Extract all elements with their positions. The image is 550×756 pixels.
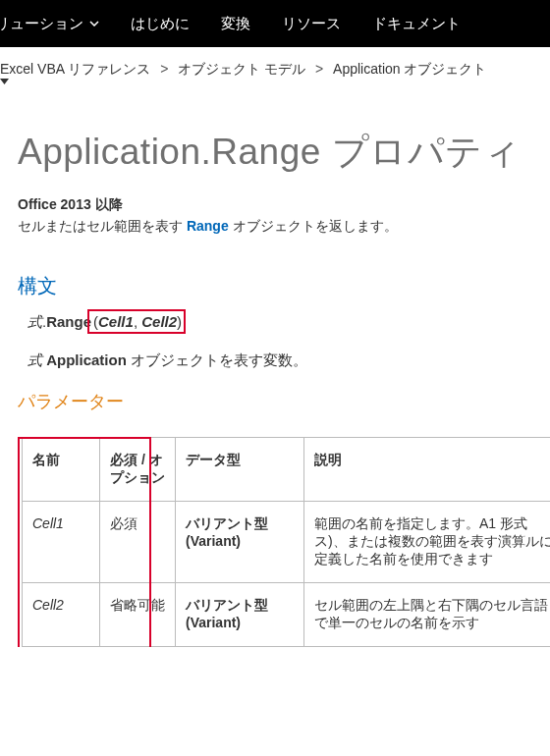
chevron-down-icon [89, 21, 99, 27]
parameters-heading: パラメーター [18, 390, 550, 413]
table-row: Cell2 省略可能 バリアント型 (Variant) セル範囲の左上隅と右下隅… [23, 583, 551, 647]
page-title: Application.Range プロパティ [18, 128, 550, 177]
highlight-box: (Cell1, Cell2) [87, 309, 186, 334]
param-name: Cell2 [23, 583, 100, 647]
intro-text: セルまたはセル範囲を表す Range オブジェクトを返します。 [18, 218, 550, 236]
syntax-expression: 式.Range(Cell1, Cell2) [28, 309, 550, 334]
office-version: Office 2013 以降 [18, 196, 550, 214]
breadcrumb-item[interactable]: Excel VBA リファレンス [0, 61, 150, 77]
top-nav: リューション はじめに 変換 リソース ドキュメント [0, 0, 550, 47]
nav-item-getting-started[interactable]: はじめに [131, 15, 190, 33]
param-required: 省略可能 [100, 583, 176, 647]
dropdown-caret-icon[interactable] [0, 79, 540, 84]
param-required: 必須 [100, 502, 176, 583]
col-desc: 説明 [304, 438, 551, 502]
nav-label: リソース [282, 15, 341, 33]
col-type: データ型 [176, 438, 304, 502]
col-required: 必須 / オプション [100, 438, 176, 502]
nav-item-resources[interactable]: リソース [282, 15, 341, 33]
nav-item-transform[interactable]: 変換 [221, 15, 250, 33]
nav-item-solutions[interactable]: リューション [0, 15, 99, 33]
breadcrumb-separator: > [315, 61, 323, 77]
breadcrumb-separator: > [160, 61, 168, 77]
breadcrumb-item[interactable]: Application オブジェクト [333, 61, 486, 77]
breadcrumb-item[interactable]: オブジェクト モデル [178, 61, 305, 77]
expression-variable: 式 Application オブジェクトを表す変数。 [28, 351, 550, 370]
syntax-heading: 構文 [18, 273, 550, 299]
nav-item-documents[interactable]: ドキュメント [372, 15, 461, 33]
nav-label: 変換 [221, 15, 250, 33]
param-type: バリアント型 (Variant) [176, 583, 304, 647]
param-desc: 範囲の名前を指定します。A1 形式ス)、または複数の範囲を表す演算ルに定義した名… [304, 502, 551, 583]
range-link[interactable]: Range [187, 218, 229, 234]
table-row: Cell1 必須 バリアント型 (Variant) 範囲の名前を指定します。A1… [23, 502, 551, 583]
param-name: Cell1 [23, 502, 100, 583]
parameters-table: 名前 必須 / オプション データ型 説明 Cell1 必須 バリアント型 (V… [22, 437, 550, 647]
col-name: 名前 [23, 438, 100, 502]
table-header-row: 名前 必須 / オプション データ型 説明 [23, 438, 551, 502]
svg-marker-0 [0, 79, 9, 84]
param-desc: セル範囲の左上隅と右下隅のセル言語で単一のセルの名前を示す [304, 583, 551, 647]
nav-label: はじめに [131, 15, 190, 33]
breadcrumb: Excel VBA リファレンス > オブジェクト モデル > Applicat… [0, 47, 550, 94]
nav-label: リューション [0, 15, 83, 33]
nav-label: ドキュメント [372, 15, 461, 33]
param-type: バリアント型 (Variant) [176, 502, 304, 583]
